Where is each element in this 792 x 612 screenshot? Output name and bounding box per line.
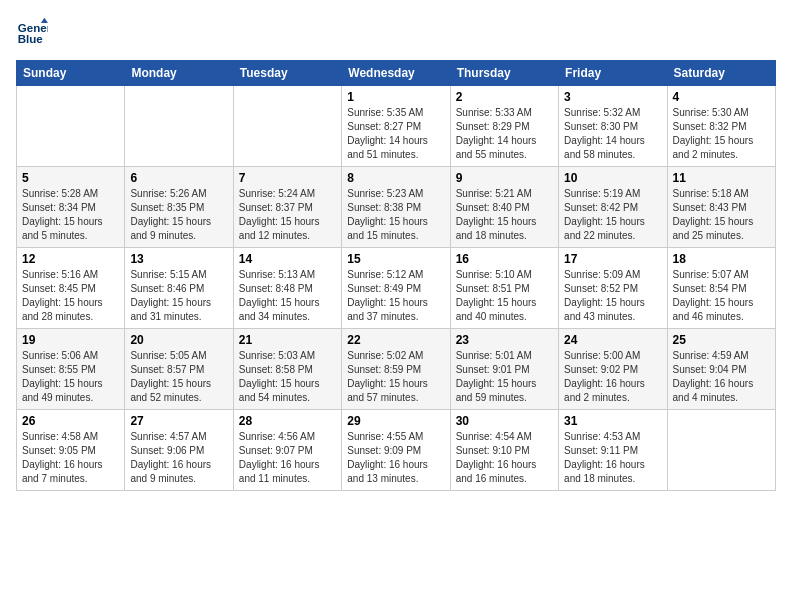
calendar-cell: 26Sunrise: 4:58 AM Sunset: 9:05 PM Dayli…: [17, 410, 125, 491]
calendar-cell: 17Sunrise: 5:09 AM Sunset: 8:52 PM Dayli…: [559, 248, 667, 329]
day-info: Sunrise: 5:28 AM Sunset: 8:34 PM Dayligh…: [22, 187, 119, 243]
day-info: Sunrise: 5:02 AM Sunset: 8:59 PM Dayligh…: [347, 349, 444, 405]
calendar-cell: 18Sunrise: 5:07 AM Sunset: 8:54 PM Dayli…: [667, 248, 775, 329]
day-number: 4: [673, 90, 770, 104]
day-info: Sunrise: 5:26 AM Sunset: 8:35 PM Dayligh…: [130, 187, 227, 243]
day-number: 20: [130, 333, 227, 347]
calendar-week-row: 5Sunrise: 5:28 AM Sunset: 8:34 PM Daylig…: [17, 167, 776, 248]
svg-text:Blue: Blue: [18, 33, 44, 45]
day-number: 6: [130, 171, 227, 185]
calendar-cell: 10Sunrise: 5:19 AM Sunset: 8:42 PM Dayli…: [559, 167, 667, 248]
day-number: 1: [347, 90, 444, 104]
calendar-cell: 4Sunrise: 5:30 AM Sunset: 8:32 PM Daylig…: [667, 86, 775, 167]
day-number: 30: [456, 414, 553, 428]
day-info: Sunrise: 5:06 AM Sunset: 8:55 PM Dayligh…: [22, 349, 119, 405]
calendar-cell: [667, 410, 775, 491]
weekday-header-saturday: Saturday: [667, 61, 775, 86]
calendar-cell: 6Sunrise: 5:26 AM Sunset: 8:35 PM Daylig…: [125, 167, 233, 248]
day-info: Sunrise: 4:54 AM Sunset: 9:10 PM Dayligh…: [456, 430, 553, 486]
logo: General Blue: [16, 16, 52, 48]
calendar-cell: 24Sunrise: 5:00 AM Sunset: 9:02 PM Dayli…: [559, 329, 667, 410]
calendar-header: SundayMondayTuesdayWednesdayThursdayFrid…: [17, 61, 776, 86]
day-number: 2: [456, 90, 553, 104]
calendar-table: SundayMondayTuesdayWednesdayThursdayFrid…: [16, 60, 776, 491]
calendar-cell: 15Sunrise: 5:12 AM Sunset: 8:49 PM Dayli…: [342, 248, 450, 329]
day-number: 12: [22, 252, 119, 266]
calendar-cell: 16Sunrise: 5:10 AM Sunset: 8:51 PM Dayli…: [450, 248, 558, 329]
calendar-cell: 28Sunrise: 4:56 AM Sunset: 9:07 PM Dayli…: [233, 410, 341, 491]
day-number: 27: [130, 414, 227, 428]
calendar-cell: 1Sunrise: 5:35 AM Sunset: 8:27 PM Daylig…: [342, 86, 450, 167]
day-info: Sunrise: 4:58 AM Sunset: 9:05 PM Dayligh…: [22, 430, 119, 486]
calendar-week-row: 1Sunrise: 5:35 AM Sunset: 8:27 PM Daylig…: [17, 86, 776, 167]
day-info: Sunrise: 4:57 AM Sunset: 9:06 PM Dayligh…: [130, 430, 227, 486]
day-number: 28: [239, 414, 336, 428]
weekday-header-row: SundayMondayTuesdayWednesdayThursdayFrid…: [17, 61, 776, 86]
day-info: Sunrise: 5:13 AM Sunset: 8:48 PM Dayligh…: [239, 268, 336, 324]
day-info: Sunrise: 5:05 AM Sunset: 8:57 PM Dayligh…: [130, 349, 227, 405]
day-number: 21: [239, 333, 336, 347]
day-number: 3: [564, 90, 661, 104]
day-number: 16: [456, 252, 553, 266]
day-info: Sunrise: 5:01 AM Sunset: 9:01 PM Dayligh…: [456, 349, 553, 405]
calendar-cell: [125, 86, 233, 167]
day-info: Sunrise: 5:15 AM Sunset: 8:46 PM Dayligh…: [130, 268, 227, 324]
day-number: 7: [239, 171, 336, 185]
day-number: 9: [456, 171, 553, 185]
day-info: Sunrise: 5:09 AM Sunset: 8:52 PM Dayligh…: [564, 268, 661, 324]
page-header: General Blue: [16, 16, 776, 48]
day-info: Sunrise: 5:33 AM Sunset: 8:29 PM Dayligh…: [456, 106, 553, 162]
day-number: 25: [673, 333, 770, 347]
day-info: Sunrise: 5:21 AM Sunset: 8:40 PM Dayligh…: [456, 187, 553, 243]
calendar-cell: 23Sunrise: 5:01 AM Sunset: 9:01 PM Dayli…: [450, 329, 558, 410]
day-number: 23: [456, 333, 553, 347]
day-number: 24: [564, 333, 661, 347]
weekday-header-thursday: Thursday: [450, 61, 558, 86]
calendar-cell: 21Sunrise: 5:03 AM Sunset: 8:58 PM Dayli…: [233, 329, 341, 410]
logo-icon: General Blue: [16, 16, 48, 48]
day-info: Sunrise: 5:03 AM Sunset: 8:58 PM Dayligh…: [239, 349, 336, 405]
weekday-header-wednesday: Wednesday: [342, 61, 450, 86]
day-number: 17: [564, 252, 661, 266]
day-number: 18: [673, 252, 770, 266]
day-number: 5: [22, 171, 119, 185]
day-info: Sunrise: 5:23 AM Sunset: 8:38 PM Dayligh…: [347, 187, 444, 243]
day-number: 8: [347, 171, 444, 185]
calendar-cell: 14Sunrise: 5:13 AM Sunset: 8:48 PM Dayli…: [233, 248, 341, 329]
calendar-cell: 29Sunrise: 4:55 AM Sunset: 9:09 PM Dayli…: [342, 410, 450, 491]
calendar-cell: 20Sunrise: 5:05 AM Sunset: 8:57 PM Dayli…: [125, 329, 233, 410]
calendar-cell: 3Sunrise: 5:32 AM Sunset: 8:30 PM Daylig…: [559, 86, 667, 167]
calendar-cell: 22Sunrise: 5:02 AM Sunset: 8:59 PM Dayli…: [342, 329, 450, 410]
day-info: Sunrise: 4:55 AM Sunset: 9:09 PM Dayligh…: [347, 430, 444, 486]
calendar-cell: 9Sunrise: 5:21 AM Sunset: 8:40 PM Daylig…: [450, 167, 558, 248]
weekday-header-friday: Friday: [559, 61, 667, 86]
day-info: Sunrise: 5:30 AM Sunset: 8:32 PM Dayligh…: [673, 106, 770, 162]
calendar-cell: 19Sunrise: 5:06 AM Sunset: 8:55 PM Dayli…: [17, 329, 125, 410]
calendar-cell: [233, 86, 341, 167]
calendar-body: 1Sunrise: 5:35 AM Sunset: 8:27 PM Daylig…: [17, 86, 776, 491]
calendar-cell: 2Sunrise: 5:33 AM Sunset: 8:29 PM Daylig…: [450, 86, 558, 167]
day-info: Sunrise: 5:16 AM Sunset: 8:45 PM Dayligh…: [22, 268, 119, 324]
calendar-cell: 31Sunrise: 4:53 AM Sunset: 9:11 PM Dayli…: [559, 410, 667, 491]
day-number: 29: [347, 414, 444, 428]
day-info: Sunrise: 4:59 AM Sunset: 9:04 PM Dayligh…: [673, 349, 770, 405]
calendar-cell: 25Sunrise: 4:59 AM Sunset: 9:04 PM Dayli…: [667, 329, 775, 410]
day-number: 11: [673, 171, 770, 185]
calendar-cell: 7Sunrise: 5:24 AM Sunset: 8:37 PM Daylig…: [233, 167, 341, 248]
day-info: Sunrise: 5:19 AM Sunset: 8:42 PM Dayligh…: [564, 187, 661, 243]
calendar-cell: 13Sunrise: 5:15 AM Sunset: 8:46 PM Dayli…: [125, 248, 233, 329]
weekday-header-tuesday: Tuesday: [233, 61, 341, 86]
calendar-cell: [17, 86, 125, 167]
calendar-week-row: 26Sunrise: 4:58 AM Sunset: 9:05 PM Dayli…: [17, 410, 776, 491]
calendar-cell: 27Sunrise: 4:57 AM Sunset: 9:06 PM Dayli…: [125, 410, 233, 491]
calendar-cell: 30Sunrise: 4:54 AM Sunset: 9:10 PM Dayli…: [450, 410, 558, 491]
weekday-header-monday: Monday: [125, 61, 233, 86]
day-info: Sunrise: 5:12 AM Sunset: 8:49 PM Dayligh…: [347, 268, 444, 324]
day-info: Sunrise: 5:35 AM Sunset: 8:27 PM Dayligh…: [347, 106, 444, 162]
day-info: Sunrise: 5:07 AM Sunset: 8:54 PM Dayligh…: [673, 268, 770, 324]
day-info: Sunrise: 5:10 AM Sunset: 8:51 PM Dayligh…: [456, 268, 553, 324]
day-info: Sunrise: 5:32 AM Sunset: 8:30 PM Dayligh…: [564, 106, 661, 162]
day-number: 14: [239, 252, 336, 266]
day-number: 15: [347, 252, 444, 266]
weekday-header-sunday: Sunday: [17, 61, 125, 86]
